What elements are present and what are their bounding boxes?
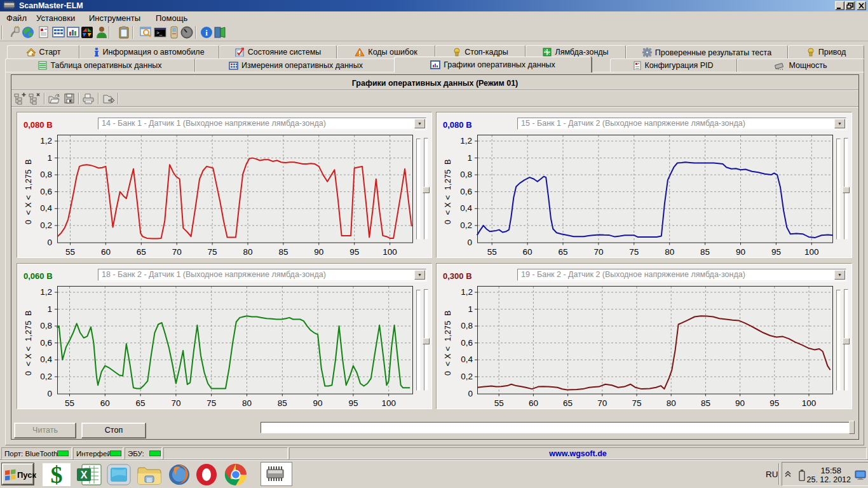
svg-text:X: X	[81, 470, 88, 480]
svg-text:85: 85	[701, 398, 710, 408]
svg-text:55: 55	[487, 247, 496, 257]
svg-text:95: 95	[770, 398, 779, 408]
svg-text:65: 65	[563, 398, 573, 408]
svg-text:55: 55	[494, 398, 504, 408]
svg-text:85: 85	[700, 247, 710, 257]
svg-text:$: $	[51, 463, 63, 486]
svg-text:55: 55	[65, 247, 74, 257]
svg-text:65: 65	[135, 398, 145, 408]
svg-text:80: 80	[665, 247, 674, 257]
svg-text:100: 100	[381, 398, 396, 408]
svg-text:65: 65	[136, 247, 146, 257]
svg-text:80: 80	[667, 398, 676, 408]
svg-text:>_: >_	[156, 30, 163, 36]
svg-text:65: 65	[558, 247, 567, 257]
svg-text:95: 95	[348, 398, 358, 408]
svg-text:85: 85	[277, 398, 287, 408]
svg-text:60: 60	[100, 247, 110, 257]
svg-text:80: 80	[241, 398, 251, 408]
svg-text:90: 90	[735, 398, 745, 408]
svg-text:100: 100	[383, 247, 397, 257]
svg-text:75: 75	[207, 247, 217, 257]
svg-text:95: 95	[349, 247, 359, 257]
svg-text:75: 75	[629, 247, 639, 257]
svg-text:85: 85	[278, 247, 288, 257]
svg-text:75: 75	[632, 398, 641, 408]
svg-text:i: i	[205, 28, 208, 37]
svg-text:70: 70	[171, 398, 180, 408]
svg-text:90: 90	[735, 247, 745, 257]
svg-text:60: 60	[529, 398, 538, 408]
svg-text:75: 75	[207, 398, 216, 408]
svg-text:100: 100	[802, 398, 817, 408]
svg-text:60: 60	[522, 247, 532, 257]
svg-text:55: 55	[64, 398, 74, 408]
svg-text:100: 100	[804, 247, 819, 257]
svg-text:60: 60	[100, 398, 109, 408]
svg-text:90: 90	[314, 247, 323, 257]
svg-text:70: 70	[593, 247, 603, 257]
svg-text:80: 80	[243, 247, 252, 257]
svg-text:90: 90	[313, 398, 322, 408]
svg-text:95: 95	[771, 247, 780, 257]
svg-text:70: 70	[172, 247, 181, 257]
svg-text:70: 70	[597, 398, 607, 408]
